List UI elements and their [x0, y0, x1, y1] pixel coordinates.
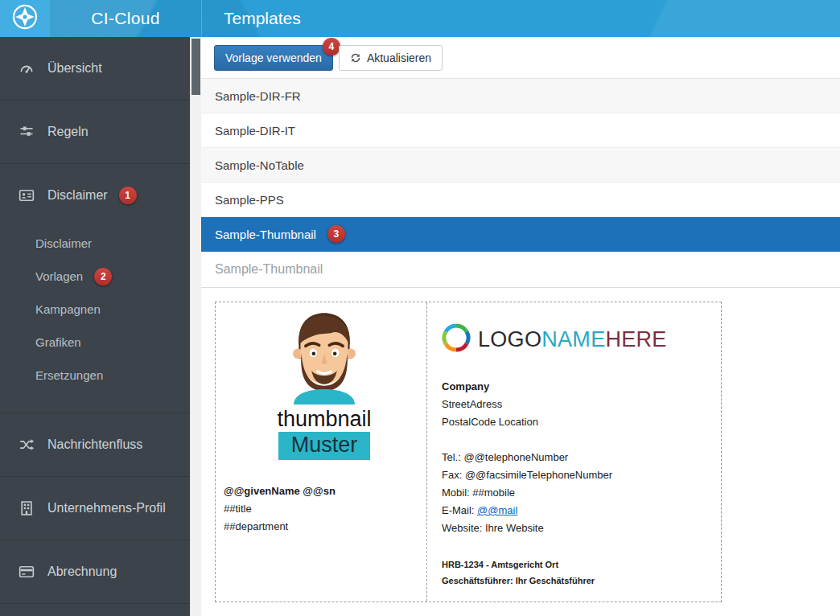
use-template-label: Vorlage verwenden — [225, 51, 322, 64]
shuffle-icon — [18, 436, 35, 454]
signature-managing-director: Geschäftsführer: Ihr Geschätsführer — [442, 573, 705, 589]
sidebar-subitem-label: Kampagnen — [35, 302, 101, 316]
sidebar-item-disclaimer[interactable]: Disclaimer 1 — [0, 164, 190, 227]
brand-title: CI-Cloud — [50, 0, 201, 37]
scrollbar-thumb[interactable] — [191, 39, 200, 95]
logo-word-logo: LOGO — [478, 327, 541, 351]
id-card-icon — [18, 187, 35, 204]
sidebar-item-abrechnung[interactable]: Abrechnung — [0, 540, 190, 603]
sidebar-subitem-kampagnen[interactable]: Kampagnen — [0, 293, 190, 326]
sidebar-item-label: Regeln — [47, 125, 89, 139]
template-row-sample-dir-fr[interactable]: Sample-DIR-FR — [201, 79, 840, 113]
disclaimer-submenu: Disclaimer Vorlagen 2 Kampagnen Grafiken… — [0, 227, 190, 413]
signature-title-placeholder: ##title — [224, 500, 418, 518]
signature-tel: Tel.: @@telephoneNumber — [442, 449, 705, 466]
sidebar-item-label: Abrechnung — [47, 565, 117, 579]
signature-company: Company — [442, 378, 705, 396]
logo-word-name: NAME — [541, 327, 605, 351]
signature-street: StreetAdress — [442, 396, 705, 413]
sidebar-item-label: Unternehmens-Profil — [47, 501, 166, 515]
template-row-label: Sample-DIR-IT — [215, 124, 295, 138]
signature-right-column: LOGONAMEHERE Company StreetAdress Postal… — [427, 302, 721, 602]
main-content: Vorlage verwenden 4 Aktualisieren Sample… — [201, 37, 840, 616]
page-title: Templates — [201, 0, 301, 37]
signature-email-link[interactable]: @@mail — [477, 504, 517, 516]
company-logo: LOGONAMEHERE — [442, 323, 705, 355]
template-row-label: Sample-Thumbnail — [215, 228, 316, 241]
template-row-sample-pps[interactable]: Sample-PPS — [201, 183, 840, 217]
template-row-sample-notable[interactable]: Sample-NoTable — [201, 148, 840, 183]
app-logo[interactable] — [0, 0, 50, 37]
sidebar-subitem-vorlagen[interactable]: Vorlagen 2 — [0, 260, 190, 293]
sidebar-subitem-grafiken[interactable]: Grafiken — [0, 326, 190, 359]
toolbar: Vorlage verwenden 4 Aktualisieren — [201, 37, 840, 79]
annotation-badge-2: 2 — [94, 268, 112, 285]
avatar — [273, 393, 376, 407]
refresh-button[interactable]: Aktualisieren — [339, 45, 443, 71]
detail-section-title: Sample-Thumbnail — [215, 262, 323, 277]
dashboard-icon — [18, 60, 35, 77]
logo-swirl-icon — [442, 323, 471, 355]
detail-section-header: Sample-Thumbnail — [201, 252, 840, 288]
sidebar: Übersicht Regeln Disclaimer 1 Disclai — [0, 37, 190, 616]
annotation-badge-4: 4 — [323, 38, 340, 55]
sidebar-subitem-disclaimer[interactable]: Disclaimer — [0, 227, 190, 260]
sidebar-item-nachrichtenfluss[interactable]: Nachrichtenfluss — [0, 413, 190, 476]
template-preview: thumbnail Muster @@givenName @@sn ##titl… — [201, 288, 840, 602]
thumbnail-caption-line2: Muster — [278, 432, 371, 460]
thumbnail-caption-line1: thumbnail — [248, 408, 401, 432]
signature-registry: HRB-1234 - Amtsgericht Ort — [442, 556, 705, 573]
signature-fax: Fax: @@facsimileTelephoneNumber — [442, 466, 705, 484]
annotation-badge-3: 3 — [327, 225, 345, 243]
signature-mobile: Mobil: ##mobile — [442, 484, 705, 502]
signature-left-column: thumbnail Muster @@givenName @@sn ##titl… — [216, 302, 427, 602]
logo-word-here: HERE — [605, 327, 666, 351]
template-row-label: Sample-PPS — [215, 193, 284, 207]
signature-website: Website: Ihre Website — [442, 519, 705, 537]
sliders-icon — [18, 123, 35, 141]
signature-name-placeholder: @@givenName @@sn — [224, 483, 418, 500]
app-header: CI-Cloud Templates — [0, 0, 840, 37]
template-row-label: Sample-DIR-FR — [215, 89, 301, 103]
use-template-button[interactable]: Vorlage verwenden 4 — [214, 45, 333, 71]
sidebar-subitem-label: Grafiken — [35, 335, 81, 349]
signature-postal: PostalCode Location — [442, 413, 705, 431]
signature-preview-box: thumbnail Muster @@givenName @@sn ##titl… — [215, 302, 722, 602]
sidebar-subitem-label: Ersetzungen — [35, 368, 103, 382]
credit-card-icon — [18, 563, 35, 581]
sidebar-item-label: Übersicht — [47, 61, 102, 76]
sidebar-item-label: Nachrichtenfluss — [47, 437, 142, 452]
refresh-label: Aktualisieren — [367, 51, 431, 64]
signature-department-placeholder: ##department — [224, 518, 418, 536]
signature-email-label: E-Mail: — [442, 504, 477, 516]
refresh-icon — [350, 52, 361, 64]
sidebar-subitem-label: Disclaimer — [35, 236, 92, 250]
sidebar-item-unternehmens-profil[interactable]: Unternehmens-Profil — [0, 477, 190, 540]
compass-logo-icon — [11, 3, 39, 34]
template-row-label: Sample-NoTable — [215, 158, 304, 172]
sidebar-subitem-label: Vorlagen — [35, 269, 83, 283]
sidebar-subitem-ersetzungen[interactable]: Ersetzungen — [0, 359, 190, 392]
template-row-sample-thumbnail[interactable]: Sample-Thumbnail 3 — [201, 217, 840, 252]
template-list: Sample-DIR-FR Sample-DIR-IT Sample-NoTab… — [201, 79, 840, 252]
building-icon — [18, 499, 35, 517]
vertical-scrollbar[interactable] — [190, 37, 201, 616]
template-row-sample-dir-it[interactable]: Sample-DIR-IT — [201, 113, 840, 148]
sidebar-item-label: Disclaimer — [47, 188, 108, 203]
sidebar-item-regeln[interactable]: Regeln — [0, 101, 190, 163]
annotation-badge-1: 1 — [119, 187, 137, 204]
sidebar-item-uebersicht[interactable]: Übersicht — [0, 37, 190, 100]
